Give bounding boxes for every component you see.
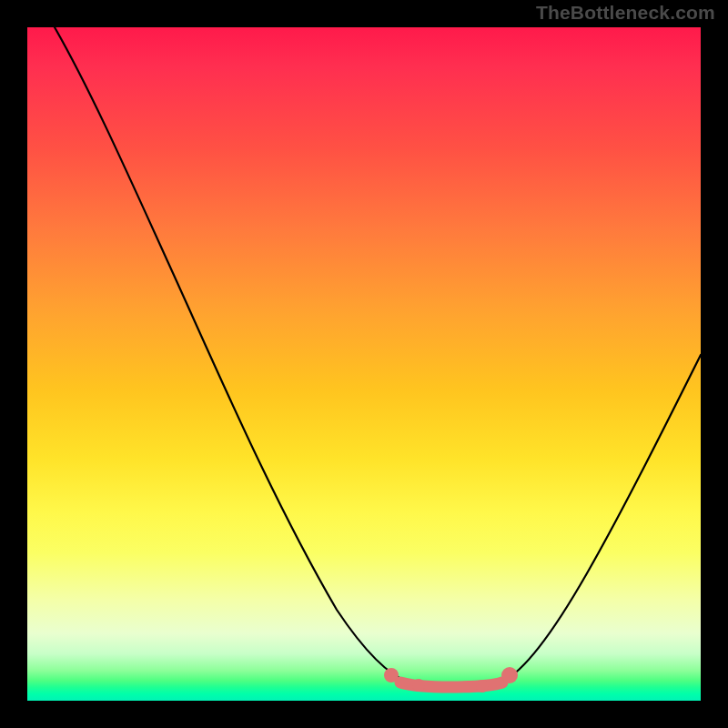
plot-area: [27, 27, 701, 701]
curve-layer: [27, 27, 701, 701]
highlight-dot-mid2: [476, 680, 489, 693]
chart-frame: TheBottleneck.com: [0, 0, 728, 728]
watermark-text: TheBottleneck.com: [536, 2, 715, 24]
bottleneck-curve: [55, 27, 701, 686]
highlight-dot-mid1: [412, 679, 425, 692]
highlight-dot-right: [501, 667, 518, 683]
